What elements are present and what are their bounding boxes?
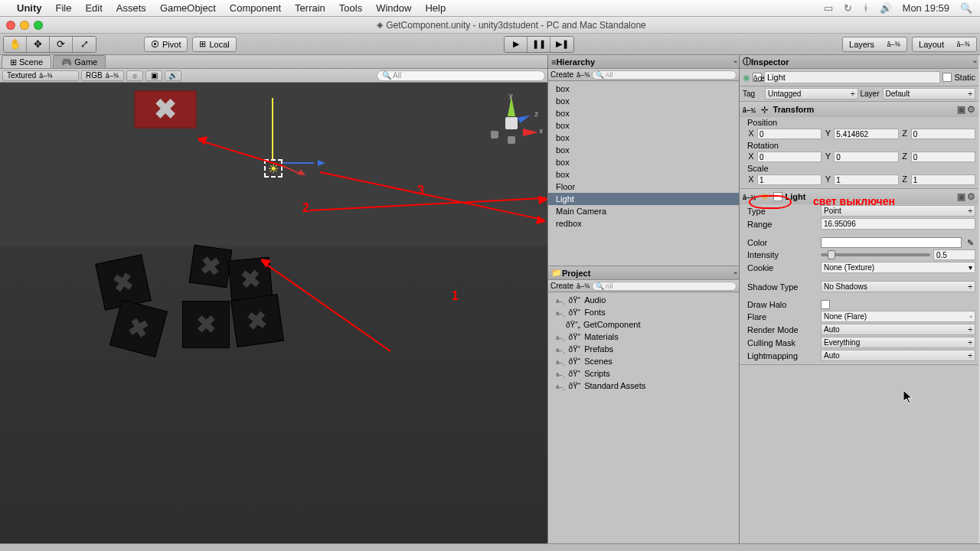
menu-gameobject[interactable]: GameObject — [160, 2, 216, 14]
window-zoom-button[interactable] — [34, 21, 43, 30]
project-search[interactable]: 🔍All — [592, 282, 737, 291]
pos-z-field[interactable]: 0 — [911, 129, 975, 139]
hierarchy-search[interactable]: 🔍All — [592, 70, 737, 80]
viewport-tabs: ⊞Scene 🎮Game — [0, 55, 547, 69]
scene-search[interactable]: 🔍All — [377, 70, 545, 81]
menu-file[interactable]: File — [56, 2, 72, 14]
intensity-slider[interactable] — [821, 253, 930, 256]
pos-x-field[interactable]: 0 — [757, 129, 822, 139]
hierarchy-item[interactable]: box — [548, 95, 739, 107]
window-minimize-button[interactable] — [20, 21, 29, 30]
timemachine-icon[interactable]: ↻ — [844, 2, 852, 14]
gameobject-name-field[interactable]: Light — [764, 71, 940, 83]
render-mode-dropdown[interactable]: Auto÷ — [821, 324, 975, 335]
pivot-toggle[interactable]: ⦿Pivot — [144, 37, 188, 52]
play-button[interactable]: ▶ — [505, 37, 528, 52]
rotate-tool[interactable]: ⟳ — [50, 37, 73, 52]
bluetooth-icon[interactable]: ᚼ — [863, 2, 869, 14]
layout-dropdown[interactable]: Layout — [912, 37, 977, 52]
menu-tools[interactable]: Tools — [339, 2, 362, 14]
hierarchy-create-button[interactable]: Create — [550, 70, 590, 79]
layers-dropdown[interactable]: Layers — [842, 37, 907, 52]
move-tool[interactable]: ✥ — [27, 37, 50, 52]
hierarchy-item[interactable]: box — [548, 168, 739, 181]
culling-dropdown[interactable]: Everything÷ — [821, 337, 975, 348]
scene-gizmo[interactable]: y x z — [485, 96, 538, 150]
project-item[interactable]: Scenes — [548, 355, 739, 367]
range-field[interactable]: 16.95096 — [821, 218, 975, 230]
pos-y-field[interactable]: 5.414862 — [834, 129, 898, 139]
scene-lighting-toggle[interactable]: ☼ — [126, 70, 143, 81]
project-item[interactable]: Prefabs — [548, 343, 739, 355]
hierarchy-item[interactable]: redbox — [548, 217, 739, 230]
project-item[interactable]: Materials — [548, 331, 739, 343]
spotlight-icon[interactable]: 🔍 — [960, 2, 972, 14]
eyedropper-icon[interactable]: ✎ — [965, 238, 975, 248]
window-titlebar: ◈ GetComponent.unity - unity3dstudent - … — [0, 17, 980, 34]
game-tab[interactable]: 🎮Game — [53, 55, 106, 68]
menu-assets[interactable]: Assets — [116, 2, 146, 14]
flare-field[interactable]: None (Flare)◦ — [821, 311, 975, 322]
hierarchy-item[interactable]: box — [548, 144, 739, 156]
menu-terrain[interactable]: Terrain — [295, 2, 325, 14]
scene-tab[interactable]: ⊞Scene — [2, 55, 51, 68]
help-icon[interactable]: ▣ — [957, 191, 965, 202]
project-list[interactable]: AudioFontsGetComponentMaterialsPrefabsSc… — [548, 292, 739, 543]
scene-audio-toggle[interactable]: 🔊 — [165, 70, 181, 81]
hierarchy-item[interactable]: box — [548, 156, 739, 168]
transform-component-header[interactable]: ⊹Transform▣⚙ — [740, 102, 978, 117]
project-item[interactable]: Standard Assets — [548, 380, 739, 392]
project-create-button[interactable]: Create — [550, 282, 590, 290]
menu-help[interactable]: Help — [425, 2, 446, 14]
gameobject-active-checkbox[interactable] — [753, 73, 762, 82]
tag-dropdown[interactable]: Untagged÷ — [765, 88, 858, 99]
menu-edit[interactable]: Edit — [85, 2, 102, 14]
scale-x-field[interactable]: 1 — [757, 174, 822, 185]
local-toggle[interactable]: ⊞Local — [192, 37, 236, 52]
cookie-field[interactable]: None (Texture)▾ — [821, 262, 975, 273]
hand-tool[interactable]: ✋ — [4, 37, 27, 52]
scale-tool[interactable]: ⤢ — [73, 37, 96, 52]
volume-icon[interactable]: 🔊 — [880, 2, 892, 14]
hierarchy-item[interactable]: box — [548, 83, 739, 95]
help-icon[interactable]: ▣ — [957, 104, 965, 115]
project-panel-title: 📁 Project▪▪▪ — [548, 266, 739, 280]
project-item[interactable]: Fonts — [548, 306, 739, 318]
settings-icon[interactable]: ⚙ — [967, 191, 975, 202]
static-checkbox[interactable] — [942, 73, 952, 82]
menu-component[interactable]: Component — [230, 2, 281, 14]
hierarchy-item[interactable]: box — [548, 132, 739, 144]
project-item[interactable]: Audio — [548, 294, 739, 306]
scale-z-field[interactable]: 1 — [911, 174, 975, 185]
hierarchy-list[interactable]: boxboxboxboxboxboxboxboxFloorLightMain C… — [548, 81, 739, 266]
lightmap-dropdown[interactable]: Auto÷ — [821, 350, 975, 361]
scene-viewport[interactable]: ✖ ☀ ✖ ✖ ✖ ✖ ✖ ✖ y x z — [0, 83, 547, 543]
shadow-dropdown[interactable]: No Shadows÷ — [821, 281, 975, 292]
clock[interactable]: Mon 19:59 — [903, 2, 949, 14]
hierarchy-item[interactable]: box — [548, 107, 739, 119]
color-field[interactable] — [821, 237, 962, 248]
hierarchy-item[interactable]: Floor — [548, 181, 739, 193]
hierarchy-item[interactable]: box — [548, 119, 739, 132]
step-button[interactable]: ▶❚ — [550, 37, 573, 52]
scale-y-field[interactable]: 1 — [834, 174, 898, 185]
project-item[interactable]: GetComponent — [548, 318, 739, 331]
pause-button[interactable]: ❚❚ — [528, 37, 550, 52]
window-close-button[interactable] — [6, 21, 15, 30]
project-item[interactable]: Scripts — [548, 367, 739, 380]
hierarchy-item[interactable]: Main Camera — [548, 205, 739, 217]
intensity-field[interactable]: 0.5 — [933, 249, 975, 260]
menu-app[interactable]: Unity — [17, 2, 42, 14]
layer-dropdown[interactable]: Default÷ — [883, 88, 976, 99]
hierarchy-item[interactable]: Light — [548, 193, 739, 205]
scene-fx-toggle[interactable]: ▣ — [145, 70, 162, 81]
rot-z-field[interactable]: 0 — [911, 152, 975, 162]
shading-dropdown[interactable]: Textured — [2, 70, 79, 81]
draw-halo-checkbox[interactable] — [821, 300, 830, 309]
rot-x-field[interactable]: 0 — [757, 152, 822, 162]
menu-window[interactable]: Window — [376, 2, 411, 14]
render-mode-dropdown[interactable]: RGB — [81, 70, 124, 81]
settings-icon[interactable]: ⚙ — [967, 104, 975, 115]
display-icon[interactable]: ▭ — [824, 2, 833, 14]
rot-y-field[interactable]: 0 — [834, 152, 898, 162]
